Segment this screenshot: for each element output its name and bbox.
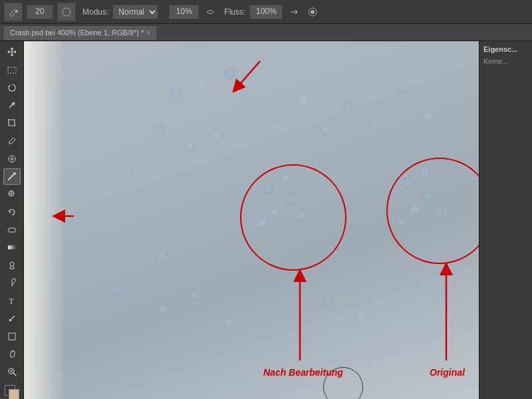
properties-value: Keine... [483, 57, 528, 65]
brush-tool-btn[interactable] [4, 3, 23, 21]
brush-size-input[interactable]: 20 [27, 5, 53, 19]
tool-eyedropper[interactable] [3, 133, 21, 150]
color-swatches[interactable] [3, 384, 21, 399]
svg-point-2 [311, 10, 315, 14]
tool-marquee-rect[interactable] [3, 62, 21, 78]
tool-gradient[interactable] [3, 239, 21, 256]
tool-crop[interactable] [3, 115, 21, 132]
tab-close[interactable]: × [146, 29, 150, 37]
fluss-label: Fluss: [224, 7, 245, 17]
svg-rect-10 [8, 245, 16, 249]
tool-hand[interactable] [3, 346, 21, 362]
tool-text[interactable]: T [3, 293, 21, 309]
tool-clone[interactable] [3, 186, 21, 203]
top-toolbar: 20 Modus: Normal 10% Fluss: 100% [0, 0, 532, 24]
tool-shape[interactable] [3, 328, 21, 344]
modus-select[interactable]: Normal [112, 5, 158, 19]
properties-title: Eigensc... [483, 45, 528, 53]
main-area: T [0, 41, 532, 399]
svg-rect-13 [9, 333, 15, 340]
options-icon[interactable] [305, 5, 320, 19]
tool-move[interactable] [3, 44, 21, 61]
tool-lasso[interactable] [3, 79, 21, 96]
svg-text:T: T [9, 296, 14, 306]
tool-dodge[interactable] [3, 257, 21, 273]
svg-point-7 [13, 172, 16, 175]
canvas-left-edge [24, 41, 64, 399]
tab-bar: Crash.psd bei 400% (Ebene 1, RGB/8*) * × [0, 24, 532, 41]
svg-rect-4 [8, 67, 16, 73]
airbrush-icon[interactable] [287, 5, 301, 19]
canvas-area[interactable]: Nach Bearbeitung Original [24, 41, 532, 399]
tool-history-brush[interactable] [3, 203, 21, 220]
fluss-input[interactable]: 100% [249, 5, 283, 19]
tool-pen[interactable] [3, 275, 21, 291]
canvas-background [24, 41, 532, 399]
tab-title: Crash.psd bei 400% (Ebene 1, RGB/8*) * [10, 29, 144, 37]
tool-spot-healing[interactable] [3, 150, 21, 167]
file-tab[interactable]: Crash.psd bei 400% (Ebene 1, RGB/8*) * × [3, 25, 158, 40]
deckr-input[interactable]: 10% [169, 5, 199, 19]
left-toolbar: T [0, 41, 24, 399]
tool-path-select[interactable] [3, 311, 21, 327]
modus-label: Modus: [82, 7, 108, 17]
tool-brush[interactable] [3, 168, 21, 185]
properties-panel: Eigensc... Keine... [479, 41, 532, 399]
deckr-icon [203, 5, 217, 19]
svg-point-0 [15, 10, 18, 13]
tool-eraser[interactable] [3, 221, 21, 238]
svg-rect-9 [9, 228, 15, 232]
svg-point-1 [63, 8, 70, 16]
tool-zoom[interactable] [3, 364, 21, 380]
svg-point-11 [10, 262, 14, 266]
brush-options-btn[interactable] [57, 3, 76, 21]
tool-magic-wand[interactable] [3, 97, 21, 114]
